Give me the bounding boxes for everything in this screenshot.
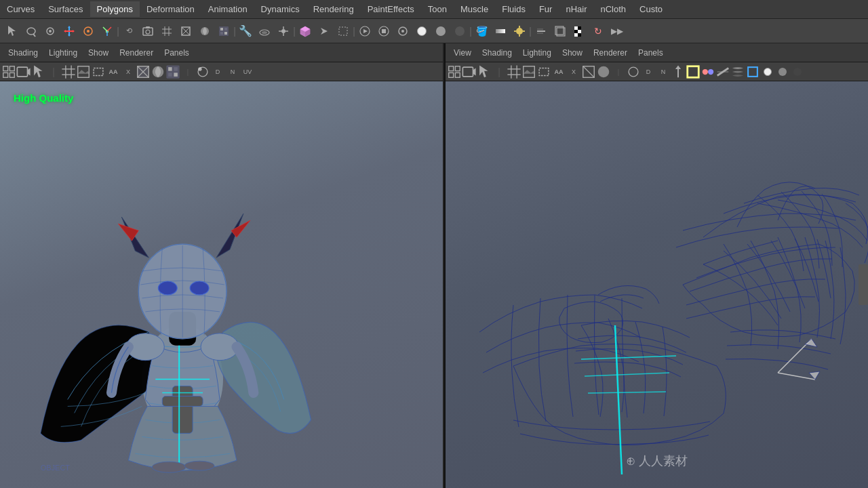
right-menu-panels[interactable]: Panels <box>633 47 669 59</box>
soft-select[interactable] <box>255 22 274 41</box>
ipr-render[interactable] <box>374 22 393 41</box>
right-border-edges[interactable] <box>686 64 701 79</box>
left-viewport-canvas[interactable]: High Quality <box>0 81 443 488</box>
menu-fur[interactable]: Fur <box>532 1 559 17</box>
menu-dynamics[interactable]: Dynamics <box>254 1 307 17</box>
left-menu-renderer[interactable]: Renderer <box>114 47 159 59</box>
bg-color-dark[interactable] <box>450 22 469 41</box>
right-cloth[interactable] <box>730 64 745 79</box>
lighting-btn[interactable] <box>510 22 529 41</box>
menu-animation[interactable]: Animation <box>201 1 254 17</box>
shading-toggle[interactable] <box>195 22 214 41</box>
right-viewport-canvas[interactable]: ⊕ 人人素材 <box>446 81 868 488</box>
render-layer[interactable] <box>551 22 570 41</box>
left-highlight[interactable] <box>195 64 210 79</box>
right-normals[interactable]: N <box>656 64 671 79</box>
right-camera[interactable] <box>462 64 477 79</box>
right-menu-renderer[interactable]: Renderer <box>588 47 633 59</box>
menu-rendering[interactable]: Rendering <box>307 1 361 17</box>
right-view-type[interactable] <box>447 64 462 79</box>
left-smooth[interactable] <box>151 64 165 79</box>
left-select-mode[interactable] <box>31 64 46 79</box>
gradient-tool[interactable] <box>491 22 510 41</box>
right-grid[interactable] <box>507 64 521 79</box>
menu-surfaces[interactable]: Surfaces <box>41 1 90 17</box>
menu-curves[interactable]: Curves <box>0 1 41 17</box>
menu-nhair[interactable]: nHair <box>559 1 593 17</box>
marquee-select[interactable] <box>334 22 353 41</box>
lasso-tool[interactable] <box>22 22 41 41</box>
right-custom-colors[interactable] <box>701 64 715 79</box>
right-wireframe-on-shade[interactable] <box>581 64 596 79</box>
right-scroll-handle[interactable] <box>859 264 868 305</box>
menu-toon[interactable]: Toon <box>421 1 454 17</box>
move-tool[interactable] <box>60 22 79 41</box>
menu-deformation[interactable]: Deformation <box>140 1 201 17</box>
left-view-type[interactable] <box>1 64 16 79</box>
left-texture[interactable] <box>165 64 180 79</box>
left-resolution-gate[interactable] <box>91 64 106 79</box>
scale-tool[interactable] <box>98 22 117 41</box>
menu-polygons[interactable]: Polygons <box>90 1 140 17</box>
right-vertex-normal[interactable] <box>671 64 686 79</box>
left-menu-shading[interactable]: Shading <box>3 47 43 59</box>
right-color-white[interactable] <box>760 64 775 79</box>
render-btn[interactable] <box>355 22 374 41</box>
rotate-tool[interactable] <box>79 22 98 41</box>
right-aa-mode[interactable]: AA <box>551 64 566 79</box>
left-xray[interactable]: X <box>121 64 136 79</box>
paint-select-tool[interactable] <box>41 22 60 41</box>
right-menu-view[interactable]: View <box>448 47 477 59</box>
right-image-plane[interactable] <box>521 64 536 79</box>
left-menu-panels[interactable]: Panels <box>159 47 195 59</box>
right-color-gray[interactable] <box>775 64 790 79</box>
right-wireframe-model <box>446 81 868 488</box>
svg-rect-81 <box>94 68 103 75</box>
right-highlight[interactable] <box>626 64 641 79</box>
left-wireframe-on-shade[interactable] <box>136 64 151 79</box>
snapshot-tool[interactable] <box>138 22 157 41</box>
right-selection-highlight[interactable] <box>745 64 760 79</box>
right-color-dark[interactable] <box>790 64 805 79</box>
right-menu-lighting[interactable]: Lighting <box>517 47 557 59</box>
right-depth[interactable]: D <box>641 64 656 79</box>
left-normals[interactable]: N <box>225 64 240 79</box>
bg-color-white[interactable] <box>412 22 431 41</box>
left-uvs[interactable]: UV <box>240 64 255 79</box>
left-grid[interactable] <box>61 64 76 79</box>
left-image-plane[interactable] <box>76 64 91 79</box>
menu-muscle[interactable]: Muscle <box>454 1 495 17</box>
left-menu-lighting[interactable]: Lighting <box>43 47 83 59</box>
menu-ncloth[interactable]: nCloth <box>593 1 633 17</box>
magnet-tool[interactable]: 🔧 <box>236 22 255 41</box>
bucket-tool[interactable]: 🪣 <box>472 22 491 41</box>
left-camera[interactable] <box>16 64 31 79</box>
playblast[interactable]: ▶▶ <box>608 22 627 41</box>
left-aa-mode[interactable]: AA <box>106 64 121 79</box>
right-xray[interactable]: X <box>566 64 581 79</box>
right-crease[interactable] <box>715 64 730 79</box>
history-tool[interactable]: ⟲ <box>119 22 138 41</box>
wireframe-toggle[interactable] <box>176 22 195 41</box>
left-menu-show[interactable]: Show <box>83 47 114 59</box>
render-complete[interactable] <box>570 22 589 41</box>
select-tool[interactable] <box>3 22 22 41</box>
menu-painteffects[interactable]: PaintEffects <box>361 1 421 17</box>
left-depth[interactable]: D <box>210 64 225 79</box>
pivot-tool[interactable] <box>274 22 293 41</box>
bg-color-gray[interactable] <box>431 22 450 41</box>
create-poly-cube[interactable] <box>296 22 315 41</box>
texture-toggle[interactable] <box>214 22 233 41</box>
menu-fluids[interactable]: Fluids <box>495 1 532 17</box>
right-select-mode[interactable] <box>477 64 492 79</box>
right-resolution-gate[interactable] <box>536 64 551 79</box>
right-smooth[interactable] <box>596 64 611 79</box>
render-settings[interactable] <box>393 22 412 41</box>
menu-custom[interactable]: Custo <box>633 1 669 17</box>
turntable[interactable]: ↻ <box>589 22 608 41</box>
grid-toggle[interactable] <box>157 22 176 41</box>
right-menu-shading[interactable]: Shading <box>477 47 517 59</box>
motion-blur[interactable] <box>532 22 551 41</box>
right-menu-show[interactable]: Show <box>557 47 588 59</box>
arrow-select[interactable] <box>315 22 334 41</box>
